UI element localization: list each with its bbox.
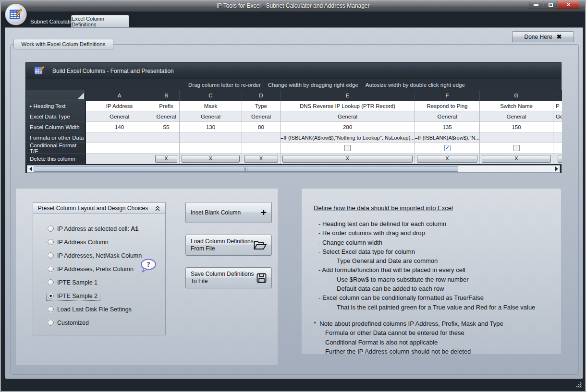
- preset-option-ip-address-column[interactable]: IP Address Column: [47, 238, 111, 247]
- delete-column-button[interactable]: X: [482, 155, 551, 163]
- radio-icon[interactable]: [48, 293, 54, 299]
- load-column-definitions-button[interactable]: Load Column Definitions From File: [185, 235, 272, 256]
- excel-column-width-cell[interactable]: [553, 122, 562, 132]
- excel-data-type-cell[interactable]: General: [281, 111, 415, 122]
- excel-column-width-cell[interactable]: 280: [281, 122, 415, 132]
- row-label-text: Formula or other Data: [30, 135, 84, 141]
- conditional-format-cell: [553, 143, 562, 154]
- excel-data-type-cell[interactable]: General: [415, 111, 480, 122]
- title-bar[interactable]: IP Tools for Excel - Subnet Calculator a…: [1, 1, 585, 12]
- heading-text-cell[interactable]: IP Address: [86, 101, 153, 111]
- conditional-format-cell: [242, 143, 281, 154]
- delete-column-button[interactable]: X: [282, 155, 413, 163]
- preset-option-label: Load Last Disk File Settings: [57, 306, 132, 313]
- column-letter-D[interactable]: D: [242, 90, 281, 101]
- excel-column-width-cell[interactable]: 130: [180, 122, 242, 132]
- tab-excel-column-definitions[interactable]: Excel Column Definitions: [71, 15, 129, 27]
- info-line: Use $Row$ to macro substitute the row nu…: [313, 275, 558, 284]
- row-label-conditional-format-t-f: Conditional Format T/F: [26, 143, 85, 154]
- preset-option-ipte-sample-1[interactable]: IPTE Sample 1: [47, 278, 100, 287]
- delete-column-cell: X: [480, 154, 553, 164]
- scrollbar-thumb[interactable]: [34, 166, 458, 172]
- conditional-format-checkbox[interactable]: [344, 145, 351, 151]
- preset-option-customized[interactable]: Customized: [47, 318, 91, 327]
- scroll-left-button[interactable]: [27, 166, 34, 172]
- formula-cell[interactable]: [553, 132, 562, 143]
- column-letter-E[interactable]: E: [281, 90, 415, 101]
- excel-data-type-cell[interactable]: General: [480, 111, 553, 122]
- minimize-button[interactable]: [529, 1, 543, 9]
- excel-column-width-cell[interactable]: 135: [415, 122, 480, 132]
- radio-icon[interactable]: [48, 320, 54, 326]
- formula-cell[interactable]: =IF(ISBLANK(A$row$),"N...: [415, 132, 480, 143]
- heading-text-cell[interactable]: Mask: [180, 101, 242, 111]
- excel-column-width-cell[interactable]: 150: [480, 122, 553, 132]
- radio-icon[interactable]: [48, 266, 54, 272]
- radio-icon[interactable]: [48, 306, 54, 312]
- delete-column-button[interactable]: X: [417, 155, 477, 163]
- radio-icon[interactable]: [48, 226, 54, 232]
- column-letter-B[interactable]: B: [153, 90, 180, 101]
- column-letter-C[interactable]: C: [180, 90, 242, 101]
- heading-text-cell[interactable]: Prefix: [153, 101, 180, 111]
- delete-column-button[interactable]: X: [182, 155, 240, 163]
- preset-option-ip-address-at-selected-cell-[interactable]: IP Address at selected cell: A1: [47, 224, 141, 233]
- formula-cell[interactable]: [153, 132, 180, 143]
- maximize-button[interactable]: [544, 1, 557, 9]
- resize-grip-icon[interactable]: [575, 381, 581, 387]
- formula-cell[interactable]: [480, 132, 553, 143]
- help-icon[interactable]: ?: [140, 259, 157, 273]
- heading-text-cell[interactable]: DNS Reverse IP Lookup (PTR Record): [281, 101, 415, 111]
- heading-text-cell[interactable]: Switch Name: [480, 101, 553, 111]
- row-label-excel-column-width: Excel Column Width: [26, 122, 85, 132]
- excel-data-type-cell[interactable]: Ge: [553, 111, 562, 122]
- heading-text-cell[interactable]: Type: [242, 101, 281, 111]
- heading-text-cell[interactable]: Respond to Ping: [415, 101, 480, 111]
- insert-blank-column-button[interactable]: Inset Blank Column +: [185, 202, 272, 223]
- radio-icon[interactable]: [48, 252, 54, 259]
- excel-data-type-cell[interactable]: General: [86, 111, 153, 122]
- preset-option-ip-addresses-prefix-column[interactable]: IP Addresses, Prefix Column: [47, 264, 136, 273]
- scroll-right-button[interactable]: [553, 166, 560, 172]
- preset-option-ip-addresses-netmask-column[interactable]: IP Addresses, NetMask Column: [47, 251, 144, 260]
- column-letter-A[interactable]: A: [86, 90, 153, 101]
- formula-cell[interactable]: =IF(ISBLANK(A$row$),"Nothing to Lookup",…: [281, 132, 415, 143]
- button-label: Save Column Definitions: [191, 271, 254, 277]
- preset-header[interactable]: Preset Column Layout and Design Choices: [33, 203, 165, 214]
- info-lines: - Heading text can be defined for each c…: [313, 219, 558, 356]
- conditional-format-checkbox[interactable]: ✓: [444, 145, 451, 151]
- collapse-chevron-up-icon[interactable]: [155, 206, 160, 211]
- grid-corner-cell[interactable]: [26, 90, 85, 101]
- formula-cell[interactable]: [86, 132, 153, 143]
- conditional-format-checkbox[interactable]: [513, 145, 520, 151]
- delete-column-button[interactable]: X: [558, 155, 562, 163]
- formula-cell[interactable]: [180, 132, 242, 143]
- excel-column-width-cell[interactable]: 80: [242, 122, 281, 132]
- save-column-definitions-button[interactable]: Save Column Definitions To File: [185, 267, 272, 288]
- excel-data-type-cell[interactable]: General: [180, 111, 242, 122]
- column-letter-G[interactable]: G: [480, 90, 553, 101]
- excel-data-type-cell[interactable]: General: [153, 111, 180, 122]
- row-label-text: Excel Data Type: [30, 114, 70, 119]
- excel-data-type-cell[interactable]: General: [242, 111, 281, 122]
- radio-icon[interactable]: [48, 279, 54, 285]
- preset-option-ipte-sample-2[interactable]: IPTE Sample 2: [47, 291, 100, 300]
- done-here-button[interactable]: Done Here ✖: [512, 31, 574, 42]
- delete-column-cell: [86, 154, 153, 164]
- app-icon[interactable]: [5, 3, 27, 25]
- preset-option-load-last-disk-file-settings[interactable]: Load Last Disk File Settings: [47, 305, 134, 314]
- excel-column-width-cell[interactable]: 55: [153, 122, 180, 132]
- column-letter-clipped[interactable]: [553, 90, 562, 101]
- column-letter-F[interactable]: F: [415, 90, 480, 101]
- delete-column-button[interactable]: X: [244, 155, 278, 163]
- horizontal-scrollbar[interactable]: [27, 165, 560, 173]
- work-with-definitions-tab[interactable]: Work with Excel Colum Definitions: [13, 39, 113, 49]
- heading-text-cell[interactable]: P: [553, 101, 562, 111]
- close-button[interactable]: ✕: [558, 1, 579, 9]
- formula-cell[interactable]: [242, 132, 281, 143]
- delete-column-button[interactable]: X: [155, 155, 177, 163]
- grid-instructions: Drag column letter to re-orderChange wid…: [26, 79, 561, 90]
- info-line: - Excel column can be conditionally form…: [313, 293, 558, 302]
- excel-column-width-cell[interactable]: 140: [86, 122, 153, 132]
- radio-icon[interactable]: [48, 239, 54, 245]
